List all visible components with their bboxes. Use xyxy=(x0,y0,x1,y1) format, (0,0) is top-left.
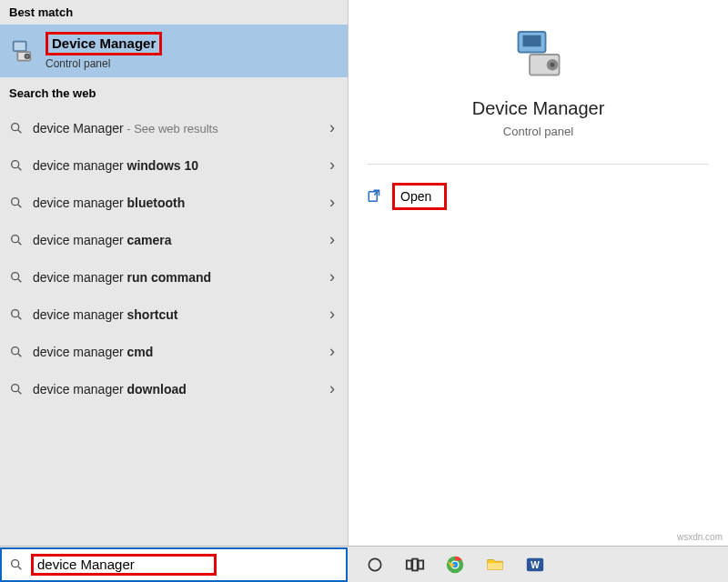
svg-rect-12 xyxy=(522,35,541,47)
svg-point-4 xyxy=(12,160,19,167)
svg-point-6 xyxy=(12,235,19,242)
web-result-item[interactable]: device manager download› xyxy=(0,370,348,407)
device-manager-icon xyxy=(9,38,35,64)
search-web-header: Search the web xyxy=(0,81,348,105)
chevron-right-icon: › xyxy=(329,305,335,324)
web-result-text: device manager run command xyxy=(33,270,211,285)
svg-point-9 xyxy=(12,346,19,354)
best-match-subtitle: Control panel xyxy=(46,57,162,70)
search-icon xyxy=(9,270,24,285)
web-result-item[interactable]: device Manager - See web results› xyxy=(0,109,348,146)
svg-point-18 xyxy=(369,558,380,570)
detail-subtitle: Control panel xyxy=(503,125,573,138)
web-result-item[interactable]: device manager windows 10› xyxy=(0,146,348,184)
taskbar-search-box[interactable] xyxy=(0,547,348,582)
best-match-title: Device Manager xyxy=(52,35,156,51)
search-input[interactable] xyxy=(37,557,210,572)
best-match-result[interactable]: Device Manager Control panel xyxy=(0,25,348,77)
svg-rect-25 xyxy=(488,563,503,569)
open-label-highlight: Open xyxy=(392,183,447,210)
web-result-text: device manager bluetooth xyxy=(33,196,185,210)
best-match-title-highlight: Device Manager xyxy=(46,32,162,55)
search-icon xyxy=(9,557,24,572)
web-result-text: device manager cmd xyxy=(33,345,153,359)
cortana-icon[interactable] xyxy=(364,554,386,576)
search-results-panel: Best match Device Manager Control panel … xyxy=(0,0,348,546)
web-result-text: device Manager - See web results xyxy=(33,121,218,135)
web-result-item[interactable]: device manager bluetooth› xyxy=(0,184,348,221)
search-icon xyxy=(9,307,24,322)
web-result-item[interactable]: device manager run command› xyxy=(0,258,348,296)
search-input-highlight xyxy=(31,554,217,576)
web-result-text: device manager download xyxy=(33,382,187,396)
svg-point-8 xyxy=(12,309,19,316)
open-action[interactable]: Open xyxy=(367,183,447,210)
svg-rect-19 xyxy=(407,560,412,568)
chevron-right-icon: › xyxy=(329,156,335,175)
svg-point-15 xyxy=(550,63,554,67)
web-results-list: device Manager - See web results›device … xyxy=(0,105,348,411)
web-result-text: device manager camera xyxy=(33,233,172,247)
chevron-right-icon: › xyxy=(329,379,335,398)
chevron-right-icon: › xyxy=(329,342,335,361)
web-result-item[interactable]: device manager cmd› xyxy=(0,333,348,370)
chevron-right-icon: › xyxy=(329,118,335,137)
web-result-item[interactable]: device manager camera› xyxy=(0,221,348,258)
svg-point-17 xyxy=(12,559,19,567)
web-result-item[interactable]: device manager shortcut› xyxy=(0,296,348,333)
search-icon xyxy=(9,382,24,396)
detail-panel: Device Manager Control panel Open xyxy=(348,0,728,546)
svg-point-5 xyxy=(12,197,19,205)
chevron-right-icon: › xyxy=(329,193,335,212)
detail-title: Device Manager xyxy=(472,98,605,119)
chevron-right-icon: › xyxy=(329,230,335,249)
watermark: wsxdn.com xyxy=(677,532,723,542)
svg-point-3 xyxy=(12,123,19,130)
word-icon[interactable]: W xyxy=(524,554,546,576)
chevron-right-icon: › xyxy=(329,267,335,286)
search-icon xyxy=(9,345,24,359)
web-result-text: device manager shortcut xyxy=(33,307,178,322)
open-label: Open xyxy=(400,189,431,204)
svg-text:W: W xyxy=(531,559,540,569)
svg-point-2 xyxy=(25,55,30,59)
file-explorer-icon[interactable] xyxy=(484,554,506,576)
device-manager-large-icon xyxy=(511,27,566,82)
svg-point-7 xyxy=(12,272,19,279)
search-icon xyxy=(9,196,24,210)
task-view-icon[interactable] xyxy=(404,554,426,576)
search-icon xyxy=(9,158,24,173)
open-icon xyxy=(367,188,383,205)
chrome-icon[interactable] xyxy=(444,554,466,576)
svg-rect-0 xyxy=(14,42,26,52)
web-result-text: device manager windows 10 xyxy=(33,158,198,173)
search-icon xyxy=(9,233,24,247)
svg-rect-21 xyxy=(419,560,424,568)
best-match-header: Best match xyxy=(0,0,348,25)
taskbar-icons: W xyxy=(348,554,546,576)
taskbar: W xyxy=(0,546,728,582)
search-icon xyxy=(9,121,24,135)
detail-divider xyxy=(368,164,709,165)
svg-rect-20 xyxy=(412,558,418,570)
svg-point-10 xyxy=(12,384,19,391)
